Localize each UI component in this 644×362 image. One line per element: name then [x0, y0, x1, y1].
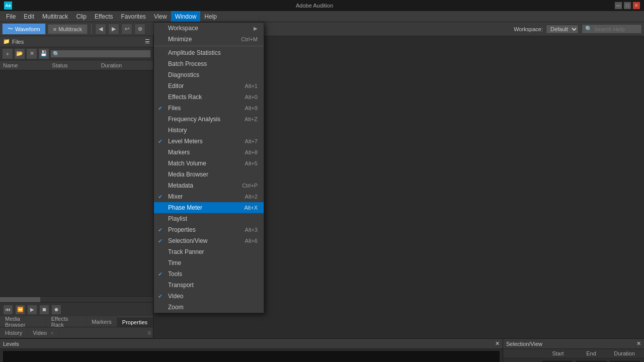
toolbar-btn-1[interactable]: ◀ [95, 24, 106, 35]
dd-label-phase-meter: Phase Meter [168, 204, 202, 211]
dd-media-browser[interactable]: Media Browser [154, 169, 264, 180]
dd-label-media-browser: Media Browser [168, 171, 208, 178]
files-title: Files [12, 39, 24, 45]
toolbar-btn-3[interactable]: ↩ [121, 24, 132, 35]
tab-effects-rack[interactable]: Effects Rack [46, 317, 87, 327]
transport-stop[interactable]: ⏹ [39, 305, 49, 315]
col-duration: Duration [608, 350, 641, 356]
tab-markers[interactable]: Markers [87, 317, 117, 327]
dd-video[interactable]: ✔ Video [154, 291, 264, 302]
files-options-icon[interactable]: ☰ [145, 38, 150, 45]
dd-batch-process[interactable]: Batch Process [154, 58, 264, 69]
tab-history[interactable]: History [0, 329, 28, 337]
menu-multitrack[interactable]: Multitrack [38, 11, 72, 22]
menu-effects[interactable]: Effects [91, 11, 117, 22]
levels-panel: Levels ✕ -∞ -57 -54 -51 -48 -45 -42 -39 … [0, 339, 503, 362]
shortcut-freq: Alt+Z [245, 116, 258, 122]
col-duration: Duration [101, 62, 150, 68]
files-close-btn[interactable]: ✕ [26, 48, 37, 59]
files-icon: 📁 [3, 38, 10, 45]
tab-media-browser[interactable]: Media Browser [0, 317, 46, 327]
dd-phase-meter[interactable]: Phase Meter Alt+X [154, 202, 264, 213]
dd-label-zoom: Zoom [168, 304, 184, 311]
shortcut-metadata: Ctrl+P [242, 183, 258, 189]
dd-transport[interactable]: Transport [154, 280, 264, 291]
transport-prev[interactable]: ⏪ [15, 305, 25, 315]
files-search-input[interactable] [50, 50, 151, 58]
dd-label-properties: Properties [168, 226, 196, 233]
waveform-tab[interactable]: 〜 Waveform [2, 23, 46, 35]
dd-playlist[interactable]: Playlist [154, 213, 264, 224]
dd-editor[interactable]: Editor Alt+1 [154, 80, 264, 92]
dd-label-level-meters: Level Meters [168, 138, 203, 145]
menu-help[interactable]: Help [200, 11, 221, 22]
col-status: Status [52, 62, 101, 68]
menu-window[interactable]: Window [171, 11, 201, 22]
scrollbar-thumb[interactable] [0, 297, 40, 302]
selection-title: Selection/View [506, 341, 542, 347]
shortcut-match-volume: Alt+5 [245, 160, 258, 166]
dd-time[interactable]: Time [154, 257, 264, 268]
dd-label-editor: Editor [168, 82, 184, 89]
menu-file[interactable]: File [2, 11, 20, 22]
workspace-select[interactable]: Default [546, 25, 579, 34]
transport-bar: ⏮ ⏪ ▶ ⏹ ⏺ [0, 302, 153, 316]
dd-files[interactable]: ✔ Files Alt+9 [154, 103, 264, 114]
selection-options[interactable]: ✕ [636, 340, 641, 347]
maximize-button[interactable]: □ [624, 2, 631, 9]
dd-workspace[interactable]: Workspace ▶ [154, 23, 264, 34]
dd-match-volume[interactable]: Match Volume Alt+5 [154, 158, 264, 169]
menu-view[interactable]: View [150, 11, 171, 22]
dd-properties[interactable]: ✔ Properties Alt+3 [154, 224, 264, 235]
dd-markers[interactable]: Markers Alt+8 [154, 147, 264, 158]
dd-minimize[interactable]: Minimize Ctrl+M [154, 34, 264, 45]
menu-edit[interactable]: Edit [20, 11, 38, 22]
menu-clip[interactable]: Clip [72, 11, 91, 22]
toolbar-btn-2[interactable]: ▶ [108, 24, 119, 35]
dd-amplitude-statistics[interactable]: Amplitude Statistics [154, 47, 264, 58]
dd-diagnostics[interactable]: Diagnostics [154, 69, 264, 80]
search-input[interactable] [594, 26, 639, 32]
transport-skip-start[interactable]: ⏮ [3, 305, 13, 315]
levels-options[interactable]: ✕ [495, 340, 500, 347]
dd-metadata[interactable]: Metadata Ctrl+P [154, 180, 264, 191]
selection-view-panel: Selection/View ✕ Start End Duration Sele… [503, 339, 644, 362]
multitrack-tab[interactable]: ≡ Multitrack [48, 24, 88, 34]
transport-play[interactable]: ▶ [27, 305, 37, 315]
minimize-button[interactable]: — [615, 2, 622, 9]
dd-tools[interactable]: ✔ Tools [154, 268, 264, 280]
dd-selection-view[interactable]: ✔ Selection/View Alt+6 [154, 235, 264, 246]
bottom-row: Levels ✕ -∞ -57 -54 -51 -48 -45 -42 -39 … [0, 338, 644, 362]
dd-effects-rack[interactable]: Effects Rack Alt+0 [154, 92, 264, 103]
close-button[interactable]: ✕ [633, 2, 640, 9]
dd-track-panner[interactable]: Track Panner [154, 246, 264, 257]
toolbar-btn-4[interactable]: ⊕ [134, 24, 145, 35]
transport-record[interactable]: ⏺ [51, 305, 61, 315]
collapse-button[interactable]: ≡ [145, 329, 153, 336]
dd-label-video: Video [168, 293, 183, 300]
dd-label-track-panner: Track Panner [168, 248, 204, 255]
dd-frequency-analysis[interactable]: Frequency Analysis Alt+Z [154, 114, 264, 125]
video-tab-close[interactable]: ✕ [50, 331, 54, 336]
panel-tabs: Media Browser Effects Rack Markers Prope… [0, 316, 153, 327]
files-save-btn[interactable]: 💾 [38, 48, 49, 59]
files-open-btn[interactable]: 📂 [14, 48, 25, 59]
dd-history[interactable]: History [154, 125, 264, 136]
shortcut-selection-view: Alt+6 [245, 238, 258, 244]
tab-video[interactable]: Video ✕ [28, 329, 60, 337]
search-help-box[interactable]: 🔍 [582, 24, 642, 34]
dd-label-minimize: Minimize [168, 36, 192, 43]
selection-start: 0:00.000 [541, 360, 573, 362]
files-new-btn[interactable]: + [2, 48, 13, 59]
workspace-label: Workspace: [514, 26, 543, 32]
scrollbar[interactable] [0, 296, 153, 302]
tab-properties[interactable]: Properties [117, 317, 153, 327]
dd-label-batch: Batch Process [168, 60, 207, 67]
files-content [0, 70, 153, 296]
dd-mixer[interactable]: ✔ Mixer Alt+2 [154, 191, 264, 202]
menu-favorites[interactable]: Favorites [117, 11, 150, 22]
check-video: ✔ [158, 293, 163, 300]
main-layout: 📁 Files ☰ + 📂 ✕ 💾 Name Status Duration ⏮… [0, 36, 644, 338]
dd-level-meters[interactable]: ✔ Level Meters Alt+7 [154, 136, 264, 147]
dd-zoom[interactable]: Zoom [154, 302, 264, 313]
